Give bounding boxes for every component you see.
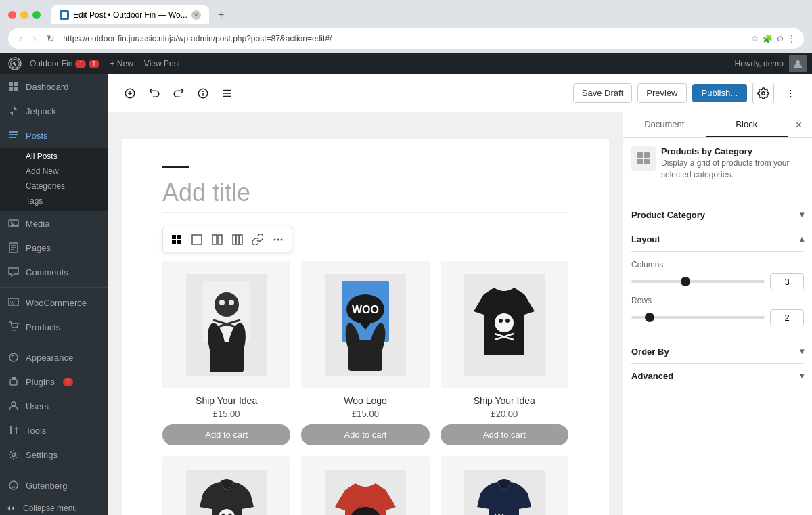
tab-close-button[interactable]: ✕ (191, 10, 201, 20)
sidebar-item-jetpack[interactable]: Jetpack (0, 99, 108, 123)
layout-content: Columns 3 Rows 2 (631, 252, 804, 340)
block-inserter-button[interactable] (119, 83, 141, 104)
product-item-3[interactable]: Ship Your Idea £20.00 Add to cart (441, 261, 568, 445)
extensions-icon[interactable]: 🧩 (763, 34, 773, 43)
sidebar-label-appearance: Appearance (26, 353, 73, 363)
reload-button[interactable]: ↻ (44, 32, 58, 45)
block-type-switcher[interactable] (167, 230, 186, 249)
wordpress-ui: Outdoor Fin 1 1 + New View Post Howdy, d… (0, 53, 812, 515)
admin-avatar[interactable] (789, 55, 807, 72)
wp-content: Save Draft Preview Publish... ⋮ (108, 74, 812, 515)
grid-view-2-button[interactable] (208, 230, 227, 249)
rows-slider[interactable] (631, 316, 765, 319)
svg-rect-95 (637, 159, 643, 164)
profile-icon[interactable]: ⊙ (777, 34, 784, 43)
link-button[interactable] (248, 230, 267, 249)
wp-logo-icon[interactable] (5, 54, 24, 73)
add-to-cart-button-2[interactable]: Add to cart (301, 424, 429, 445)
back-button[interactable]: ‹ (16, 32, 25, 45)
sidebar-sub-add-new[interactable]: Add New (0, 164, 108, 179)
maximize-window-button[interactable] (32, 11, 41, 19)
sidebar-sub-all-posts[interactable]: All Posts (0, 149, 108, 164)
grid-view-3-button[interactable] (228, 230, 247, 249)
svg-point-20 (12, 330, 14, 331)
sidebar-sub-categories[interactable]: Categories (0, 179, 108, 194)
product-item-5[interactable]: WOO Woo Logo £20.00 £18.00 (301, 456, 429, 515)
product-item-2[interactable]: WOO Woo Logo £15.00 (301, 261, 429, 445)
traffic-lights (8, 11, 41, 19)
redo-button[interactable] (168, 83, 189, 104)
product-name-1: Ship Your Idea (162, 395, 290, 406)
sidebar-sub-tags[interactable]: Tags (0, 194, 108, 208)
svg-point-76 (505, 319, 510, 323)
grid-view-1-button[interactable] (187, 230, 206, 249)
tab-document[interactable]: Document (623, 112, 706, 137)
forward-button[interactable]: › (30, 32, 39, 45)
sidebar-item-comments[interactable]: Comments (0, 260, 108, 284)
plugins-badge: 1 (63, 378, 74, 386)
sidebar-item-products[interactable]: Products (0, 315, 108, 339)
sidebar-item-woocommerce[interactable]: W WooCommerce (0, 290, 108, 315)
sidebar-label-woocommerce: WooCommerce (26, 298, 87, 308)
admin-bar: Outdoor Fin 1 1 + New View Post Howdy, d… (0, 53, 812, 74)
rows-input[interactable]: 2 (770, 309, 804, 326)
sidebar-item-settings[interactable]: Settings (0, 443, 108, 467)
add-to-cart-button-1[interactable]: Add to cart (162, 424, 290, 445)
columns-slider[interactable] (631, 280, 765, 283)
panel-close-button[interactable]: ✕ (788, 114, 809, 136)
order-by-header[interactable]: Order By ▾ (631, 340, 804, 364)
pages-icon (7, 241, 20, 254)
sidebar-item-pages[interactable]: Pages (0, 236, 108, 260)
sidebar-item-posts[interactable]: Posts (0, 123, 108, 148)
sidebar: Dashboard Jetpack Posts All Posts Ad (0, 74, 108, 515)
tab-block[interactable]: Block (706, 112, 788, 137)
svg-marker-7 (14, 106, 18, 110)
info-button[interactable] (192, 83, 214, 104)
sidebar-item-dashboard[interactable]: Dashboard (0, 74, 108, 99)
post-title-input[interactable]: Add title (162, 179, 568, 213)
adminbar-site[interactable]: Outdoor Fin 1 1 (24, 53, 105, 74)
product-item-4[interactable]: Ship Your Idea £30.00 – £35.00 (162, 456, 290, 515)
panel-tabs: Document Block ✕ (623, 112, 812, 138)
url-text[interactable]: https://outdoor-fin.jurassic.ninja/wp-ad… (63, 34, 746, 43)
active-tab[interactable]: Edit Post • Outdoor Fin — Wo... ✕ (51, 5, 209, 24)
layout-header[interactable]: Layout ▴ (631, 227, 804, 252)
adminbar-view-post[interactable]: View Post (139, 53, 185, 74)
sidebar-item-plugins[interactable]: Plugins 1 (0, 370, 108, 394)
plugins-icon (7, 375, 20, 388)
publish-button[interactable]: Publish... (692, 84, 747, 102)
sidebar-item-tools[interactable]: Tools (0, 418, 108, 443)
menu-icon[interactable]: ⋮ (788, 34, 796, 43)
block-more-button[interactable] (269, 230, 288, 249)
tab-bar: Edit Post • Outdoor Fin — Wo... ✕ + (51, 5, 804, 24)
bookmark-icon[interactable]: ☆ (751, 34, 759, 43)
preview-button[interactable]: Preview (637, 83, 686, 103)
product-category-header[interactable]: Product Category ▾ (631, 203, 804, 227)
panel-content: Products by Category Display a grid of p… (623, 138, 812, 515)
svg-text:G: G (12, 484, 15, 489)
save-draft-button[interactable]: Save Draft (573, 83, 632, 103)
columns-input[interactable]: 3 (770, 273, 804, 290)
settings-panel-button[interactable] (752, 83, 774, 104)
product-item-1[interactable]: Ship Your Idea £15.00 Add to cart (162, 261, 290, 445)
collapse-menu-button[interactable]: Collapse menu (0, 497, 108, 515)
undo-button[interactable] (143, 83, 165, 104)
advanced-chevron-icon: ▾ (800, 371, 804, 380)
list-view-button[interactable] (217, 83, 238, 104)
editor-page: Add title (122, 139, 609, 515)
adminbar-new[interactable]: + New (105, 53, 139, 74)
minimize-window-button[interactable] (20, 11, 28, 19)
close-window-button[interactable] (8, 11, 16, 19)
advanced-header[interactable]: Advanced ▾ (631, 364, 804, 388)
sidebar-item-appearance[interactable]: Appearance (0, 345, 108, 370)
sidebar-item-users[interactable]: Users (0, 394, 108, 418)
product-item-6[interactable]: Woo Woo Logo £35.00 (441, 456, 568, 515)
svg-rect-47 (218, 235, 222, 244)
more-options-button[interactable]: ⋮ (780, 83, 801, 104)
sidebar-item-media[interactable]: Media (0, 211, 108, 236)
sidebar-item-gutenberg[interactable]: G Gutenberg (0, 473, 108, 497)
adminbar-view-post-label: View Post (144, 59, 180, 68)
new-tab-button[interactable]: + (213, 7, 229, 23)
add-to-cart-button-3[interactable]: Add to cart (441, 424, 568, 445)
sidebar-label-settings: Settings (26, 450, 58, 460)
